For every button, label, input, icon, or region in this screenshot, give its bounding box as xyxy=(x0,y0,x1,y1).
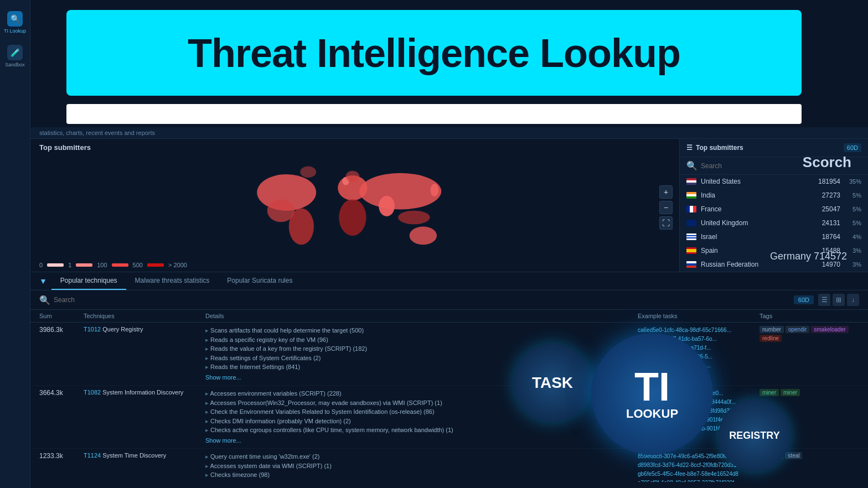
technique-id-link[interactable]: T1082 xyxy=(84,389,101,396)
legend-label-4: > 2000 xyxy=(168,262,187,268)
legend-label-3: 500 xyxy=(133,262,143,268)
tab-suricata-rules[interactable]: Popular Suricata rules xyxy=(218,272,301,290)
cell-sum: 3986.3k xyxy=(39,326,84,334)
detail-item: Query current time using 'w32tm.exe' (2) xyxy=(205,452,638,461)
table-period-badge[interactable]: 60D xyxy=(794,295,814,304)
submitter-country: United States xyxy=(701,178,805,185)
subtitle-bar: statistics, charts, recent events and re… xyxy=(30,127,868,139)
cell-technique: T1124 System Time Discovery xyxy=(84,452,205,459)
tab-popular-techniques[interactable]: Popular techniques xyxy=(51,272,126,290)
cell-sum: 3664.3k xyxy=(39,389,84,397)
svg-point-6 xyxy=(359,173,441,210)
legend-label-1: 1 xyxy=(68,262,71,268)
tag-badge: redline xyxy=(760,335,782,342)
detail-item: Accesses system date via WMI (SCRIPT) (1… xyxy=(205,461,638,471)
zoom-out-button[interactable]: − xyxy=(659,201,673,214)
technique-id-link[interactable]: T1012 xyxy=(84,326,101,333)
svg-point-5 xyxy=(339,199,366,236)
table-header: Sum Techniques Details Example tasks Tag… xyxy=(30,310,868,323)
task-link[interactable]: gb6fe5c5-4f5c-4fee-b8e7-58e4e16524d8 xyxy=(638,470,760,479)
flag-icon xyxy=(686,192,696,199)
col-sum: Sum xyxy=(39,313,84,319)
submitter-item: India 27273 5% xyxy=(680,189,868,203)
ti-lookup-ti-text: TI xyxy=(634,367,670,407)
tag-badge: number xyxy=(760,326,784,333)
grid-view-button[interactable]: ⊞ xyxy=(833,294,845,306)
task-label: TASK xyxy=(532,374,573,392)
subtitle-text: statistics, charts, recent events and re… xyxy=(39,129,155,136)
table-search-icon: 🔍 xyxy=(39,295,50,305)
submitter-pct: 5% xyxy=(845,206,861,212)
submitter-pct: 4% xyxy=(845,233,861,240)
submitter-country: India xyxy=(701,191,805,199)
submitters-title: ☰ Top submitters xyxy=(686,144,743,152)
table-controls: 🔍 60D ☰ ⊞ ↓ xyxy=(30,290,868,310)
submitter-item: United Kingdom 24131 5% xyxy=(680,216,868,230)
map-area: + − ⛶ xyxy=(30,156,679,258)
map-legend: 0 1 100 500 > 2000 xyxy=(30,258,679,272)
task-circle: TASK xyxy=(514,344,591,422)
cell-technique: T1012 Query Registry xyxy=(84,326,205,333)
submitter-country: Israel xyxy=(701,233,805,241)
svg-point-9 xyxy=(300,167,316,178)
table-search: 🔍 xyxy=(39,295,789,305)
submitter-pct: 5% xyxy=(845,192,861,199)
submitter-item: France 25047 5% xyxy=(680,203,868,216)
submitter-count: 24131 xyxy=(810,219,840,227)
map-panel: Top submitters xyxy=(30,139,680,272)
flag-icon xyxy=(686,247,696,254)
submitter-item: United States 181954 35% xyxy=(680,175,868,189)
submitter-pct: 3% xyxy=(845,247,861,254)
detail-item: Reads the time zone (100) xyxy=(205,480,638,482)
map-controls: + − ⛶ xyxy=(659,185,673,230)
content-row: Top submitters xyxy=(30,139,868,272)
cell-sum: 1233.3k xyxy=(39,452,84,460)
search-input[interactable] xyxy=(66,104,802,124)
tag-badge: steal xyxy=(785,452,802,459)
submitter-count: 18764 xyxy=(810,233,840,241)
fullscreen-button[interactable]: ⛶ xyxy=(659,216,673,230)
submitter-count: 181954 xyxy=(810,178,840,185)
technique-name: Query Registry xyxy=(102,326,143,333)
sidebar-item-ti-lookup[interactable]: 🔍 TI Lookup xyxy=(0,6,30,39)
tag-badge: opendir xyxy=(786,326,809,333)
cell-tags: numberopendirsmakeloaderredline xyxy=(760,326,859,342)
table-search-input[interactable] xyxy=(54,296,137,304)
legend-label-2: 100 xyxy=(97,262,107,268)
technique-name: System Time Discovery xyxy=(102,452,166,459)
sidebar-item-sandbox-label: Sandbox xyxy=(5,62,25,68)
svg-point-3 xyxy=(289,209,314,245)
tab-malware-threats[interactable]: Malware threats statistics xyxy=(126,272,219,290)
scorch-overlay: Scorch xyxy=(803,154,851,171)
tag-badge: smakeloader xyxy=(811,326,848,333)
legend-label-0: 0 xyxy=(39,262,43,268)
svg-point-13 xyxy=(346,171,360,183)
download-button[interactable]: ↓ xyxy=(847,294,859,306)
sandbox-icon: 🧪 xyxy=(7,45,23,60)
technique-id-link[interactable]: T1124 xyxy=(84,452,101,459)
submitter-country: France xyxy=(701,205,805,213)
submitter-pct: 3% xyxy=(845,261,861,268)
flag-icon xyxy=(686,261,696,268)
list-view-button[interactable]: ☰ xyxy=(818,294,830,306)
submitter-count: 27273 xyxy=(810,191,840,199)
svg-point-12 xyxy=(379,196,395,216)
col-tasks: Example tasks xyxy=(638,313,760,319)
sidebar-item-sandbox[interactable]: 🧪 Sandbox xyxy=(0,39,30,73)
flag-icon xyxy=(686,233,696,240)
svg-point-10 xyxy=(430,184,438,196)
svg-point-7 xyxy=(398,211,430,225)
sidebar-item-ti-lookup-label: TI Lookup xyxy=(4,28,26,34)
flag-icon xyxy=(686,220,696,226)
map-title: Top submitters xyxy=(39,143,91,152)
col-details: Details xyxy=(205,313,638,319)
zoom-in-button[interactable]: + xyxy=(659,185,673,199)
map-header: Top submitters xyxy=(30,139,679,156)
registry-circle: REGISTRY xyxy=(719,399,790,471)
task-link[interactable]: e705cf0f-4a08-49af-8957-337fb71f229f xyxy=(638,479,760,482)
page-title: Threat Intelligence Lookup xyxy=(188,30,680,76)
tab-arrow[interactable]: ▼ xyxy=(39,277,47,285)
show-more-link[interactable]: Show more... xyxy=(205,436,638,445)
ti-lookup-icon: 🔍 xyxy=(7,11,23,27)
submitters-period[interactable]: 60D xyxy=(844,143,861,152)
